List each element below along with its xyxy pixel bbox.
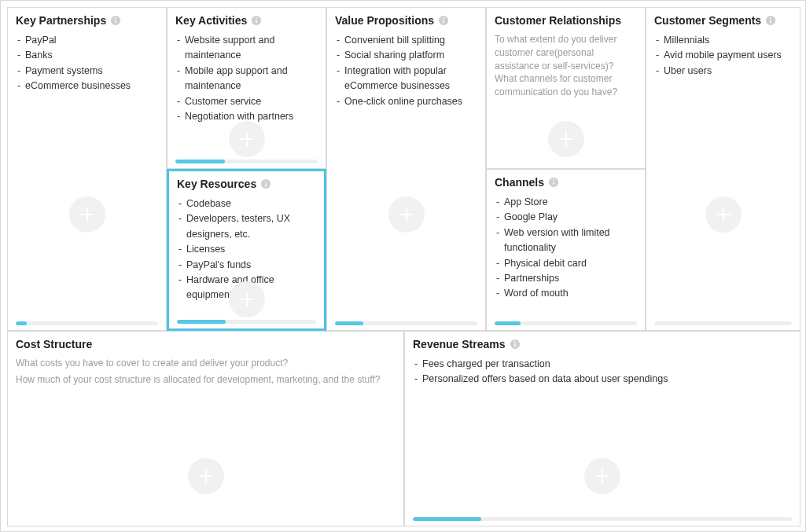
list-item[interactable]: Physical debit card [496, 256, 637, 271]
list-item[interactable]: eCommerce businesses [17, 79, 158, 94]
list-item[interactable]: Codebase [178, 196, 316, 211]
info-icon[interactable] [251, 15, 262, 26]
cell-hint-2: How much of your cost structure is alloc… [16, 373, 396, 387]
item-list: App Store Google Play Web version with l… [495, 195, 637, 302]
info-icon[interactable] [438, 15, 449, 26]
progress-bar [335, 321, 477, 325]
cell-value-propositions[interactable]: Value Propositions Convenient bill split… [326, 7, 486, 331]
progress-bar [495, 321, 637, 325]
info-icon[interactable] [765, 15, 776, 26]
add-button[interactable] [584, 458, 620, 494]
svg-rect-4 [256, 20, 257, 23]
cell-revenue-streams[interactable]: Revenue Streams Fees charged per transac… [404, 331, 800, 526]
progress-bar [654, 321, 792, 325]
list-item[interactable]: Avid mobile payment users [656, 48, 792, 63]
list-item[interactable]: Fees charged per transaction [414, 357, 792, 372]
add-button[interactable] [69, 196, 105, 233]
cell-header: Revenue Streams [413, 338, 792, 350]
info-icon[interactable] [260, 178, 271, 189]
progress-bar [175, 160, 318, 163]
list-item[interactable]: Website support and maintenance [177, 33, 318, 64]
cell-channels[interactable]: Channels App Store Google Play Web versi… [486, 169, 646, 331]
cell-hint: To what extent do you deliver customer c… [495, 33, 637, 99]
cell-title: Key Activities [175, 14, 247, 27]
svg-point-20 [514, 341, 516, 343]
progress-bar [413, 517, 792, 521]
add-button[interactable] [705, 196, 742, 233]
svg-point-17 [770, 17, 771, 19]
progress-fill [335, 321, 363, 325]
item-list: Website support and maintenance Mobile a… [175, 33, 318, 124]
svg-rect-1 [115, 20, 116, 23]
svg-rect-7 [265, 183, 266, 186]
list-item[interactable]: Personalized offers based on data about … [414, 372, 792, 387]
list-item[interactable]: App Store [496, 195, 637, 210]
info-icon[interactable] [548, 177, 559, 188]
cell-title: Revenue Streams [413, 338, 506, 350]
list-item[interactable]: One-click online purchases [337, 94, 477, 109]
cell-customer-segments[interactable]: Customer Segments Millennials Avid mobil… [646, 7, 800, 331]
cell-header: Channels [495, 176, 637, 189]
add-button[interactable] [229, 121, 265, 157]
info-icon[interactable] [510, 339, 521, 350]
list-item[interactable]: Google Play [496, 210, 637, 225]
title-word-2: Propositions [366, 14, 434, 27]
cell-customer-relationships[interactable]: Customer Relationships To what extent do… [486, 7, 646, 169]
cell-cost-structure[interactable]: Cost Structure What costs you have to co… [7, 331, 404, 526]
title-word-1: Revenue [413, 338, 458, 350]
item-list: Convenient bill splitting Social sharing… [335, 33, 477, 109]
svg-rect-16 [770, 20, 771, 23]
svg-point-8 [265, 181, 267, 182]
svg-rect-19 [514, 343, 515, 347]
add-button[interactable] [388, 196, 425, 233]
svg-point-11 [443, 17, 444, 19]
list-item[interactable]: Customer service [177, 94, 318, 109]
add-button[interactable] [548, 121, 584, 157]
cell-hint-1: What costs you have to cover to create a… [16, 357, 396, 370]
list-item[interactable]: Developers, testers, UX designers, etc. [178, 211, 316, 242]
list-item[interactable]: Word of mouth [496, 286, 637, 301]
item-list: Fees charged per transaction Personalize… [413, 357, 792, 387]
list-item[interactable]: Uber users [656, 64, 792, 79]
list-item[interactable]: Partnerships [496, 271, 637, 286]
progress-fill [175, 160, 225, 163]
add-button[interactable] [188, 458, 224, 494]
title-word-1: Key [177, 178, 197, 190]
list-item[interactable]: PayPal [17, 33, 158, 48]
cell-title: Key Resources [177, 178, 256, 190]
list-item[interactable]: PayPal's funds [178, 258, 316, 273]
title-word-1: Customer [654, 14, 705, 27]
cell-title: Channels [495, 176, 544, 189]
progress-bar [177, 320, 316, 324]
cell-key-partnerships[interactable]: Key Partnerships PayPal Banks Payment sy… [7, 7, 167, 331]
progress-fill [16, 321, 27, 325]
cell-title: Key Partnerships [16, 14, 106, 27]
cell-header: Key Resources [177, 178, 316, 190]
item-list: PayPal Banks Payment systems eCommerce b… [16, 33, 158, 94]
list-item[interactable]: Integration with popular eCommerce busin… [337, 64, 477, 94]
cell-header: Key Partnerships [16, 14, 158, 27]
title-word-2: Partnerships [39, 14, 107, 27]
title-word-2: Resources [201, 178, 257, 190]
progress-fill [495, 321, 521, 325]
title-word-1: Value [335, 14, 364, 27]
cell-key-resources[interactable]: Key Resources Codebase Developers, teste… [167, 169, 326, 331]
list-item[interactable]: Licenses [178, 242, 316, 257]
list-item[interactable]: Millennials [656, 33, 792, 48]
list-item[interactable]: Convenient bill splitting [337, 33, 477, 48]
info-icon[interactable] [110, 15, 121, 26]
item-list: Millennials Avid mobile payment users Ub… [654, 33, 792, 79]
add-button[interactable] [229, 281, 265, 317]
list-item[interactable]: Mobile app support and maintenance [177, 64, 318, 94]
cell-title: Value Propositions [335, 14, 434, 27]
list-item[interactable]: Banks [17, 48, 158, 63]
list-item[interactable]: Web version with limited functionality [496, 226, 637, 256]
progress-fill [177, 320, 226, 324]
svg-point-5 [256, 17, 257, 19]
list-item[interactable]: Social sharing platform [337, 48, 477, 63]
cell-key-activities[interactable]: Key Activities Website support and maint… [167, 7, 326, 169]
list-item[interactable]: Payment systems [17, 64, 158, 79]
cell-header: Customer Relationships [495, 14, 637, 27]
cell-header: Cost Structure [16, 338, 396, 350]
progress-fill [413, 517, 481, 521]
